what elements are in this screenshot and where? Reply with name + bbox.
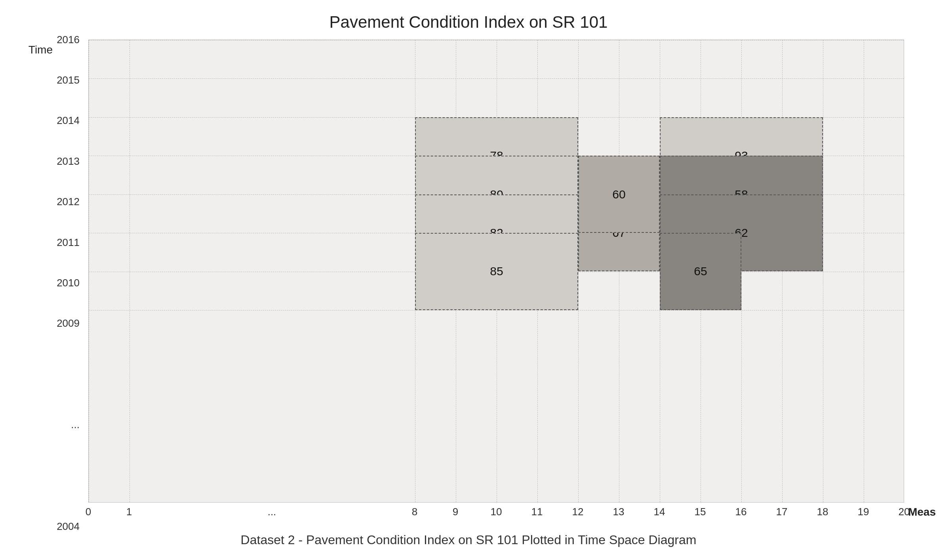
data-rectangle: 60 [578, 156, 660, 233]
caption: Dataset 2 - Pavement Condition Index on … [241, 533, 697, 547]
chart-area: Time 20162015201420132012201120102009...… [33, 40, 904, 526]
plot-area: 78808285676093586265 [88, 40, 904, 503]
x-tick: 9 [453, 506, 458, 518]
x-tick: 17 [776, 506, 788, 518]
grid-h-line [89, 40, 904, 40]
data-rectangle: 85 [415, 233, 578, 310]
x-tick: 14 [654, 506, 665, 518]
x-axis-label: Meas [908, 506, 936, 518]
x-tick: 11 [531, 506, 543, 518]
x-tick: 13 [613, 506, 625, 518]
grid-v-line [130, 40, 130, 502]
x-tick: 20 [899, 506, 910, 518]
grid-v-line [89, 40, 89, 502]
y-axis-label: Time [33, 40, 57, 526]
x-tick: 8 [412, 506, 417, 518]
grid-h-line [89, 78, 904, 79]
x-tick: 1 [126, 506, 132, 518]
outer-container: Pavement Condition Index on SR 101 Time … [33, 13, 904, 547]
x-tick: 0 [86, 506, 91, 518]
x-tick: 19 [858, 506, 869, 518]
grid-v-line [864, 40, 864, 502]
plot-and-xaxis: 78808285676093586265 Meas 01...891011121… [88, 40, 904, 526]
x-tick: ... [268, 506, 276, 518]
y-axis: 20162015201420132012201120102009...2004 [57, 40, 88, 526]
x-tick: 15 [695, 506, 706, 518]
x-axis: Meas 01...891011121314151617181920 [88, 503, 904, 526]
x-tick: 16 [735, 506, 747, 518]
chart-title: Pavement Condition Index on SR 101 [329, 13, 608, 32]
x-tick: 10 [491, 506, 502, 518]
x-tick: 12 [572, 506, 584, 518]
grid-v-line [823, 40, 823, 502]
x-tick: 18 [817, 506, 828, 518]
data-rectangle: 65 [660, 233, 741, 310]
grid-h-line [89, 310, 904, 310]
